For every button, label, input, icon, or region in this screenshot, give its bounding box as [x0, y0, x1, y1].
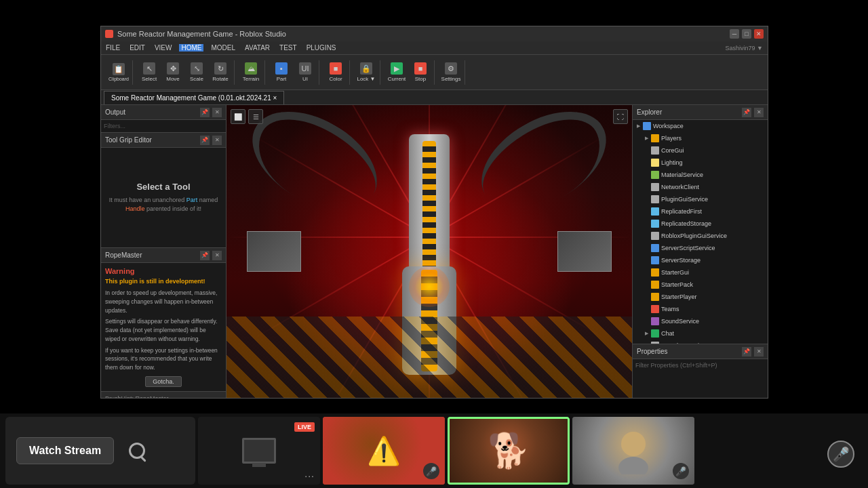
- search-stream-button[interactable]: [125, 439, 149, 463]
- rope-master-label: RopeMaster: [105, 251, 142, 259]
- fullscreen-btn[interactable]: ⛶: [613, 109, 628, 124]
- sound-icon: [651, 317, 659, 325]
- menu-avatar[interactable]: AVATAR: [243, 44, 272, 52]
- explorer-replicatedfirst[interactable]: ▶ ReplicatedFirst: [633, 205, 768, 218]
- explorer-robloxpluginguiservice[interactable]: ▶ RobloxPluginGuiService: [633, 230, 768, 242]
- coregui-label: CoreGui: [661, 147, 684, 154]
- menu-view[interactable]: VIEW: [153, 44, 174, 52]
- explorer-chat[interactable]: ▶ Chat: [633, 327, 768, 340]
- part-highlight: Part: [186, 197, 198, 203]
- toolbar-tools-group: ↖ Select ✥ Move ⤡ Scale ↻ Rotate: [136, 60, 235, 85]
- menu-model[interactable]: MODEL: [209, 44, 237, 52]
- search-icon: [129, 443, 145, 459]
- explorer-serverscriptservice[interactable]: ▶ ServerScriptService: [633, 242, 768, 254]
- tool-grip-subtitle: It must have an unanchored Part named Ha…: [106, 196, 220, 213]
- clipboard-icon: 📋: [113, 63, 125, 75]
- explorer-startergui[interactable]: ▶ StarterGui: [633, 266, 768, 279]
- toolbar-terrain-btn[interactable]: ⛰ Terrain: [240, 60, 262, 85]
- menu-home[interactable]: HOME: [179, 44, 203, 52]
- explorer-replicatedstorage[interactable]: ▶ ReplicatedStorage: [633, 218, 768, 230]
- teams-icon: [651, 305, 659, 313]
- toolbar-part-btn[interactable]: ▪ Part: [271, 60, 292, 85]
- toolbar-test-group: ▶ Current ■ Stop: [383, 60, 435, 85]
- svg-point-1: [618, 457, 648, 474]
- tab-bar: Some Reactor Management Game (0.01.okt.2…: [101, 90, 768, 105]
- explorer-teams[interactable]: ▶ Teams: [633, 303, 768, 315]
- menu-edit[interactable]: EDIT: [127, 44, 147, 52]
- select-tool-title: Select a Tool: [136, 182, 190, 192]
- toolbar-clipboard-btn[interactable]: 📋 Clipboard: [108, 60, 130, 85]
- card-2-mic-badge: 🎤: [423, 463, 439, 479]
- maximize-button[interactable]: □: [742, 29, 751, 39]
- toolbar-color-group: ■ Color: [322, 60, 350, 85]
- terrain-label: Terrain: [243, 76, 259, 82]
- toolbar-select-btn[interactable]: ↖ Select: [138, 60, 160, 85]
- explorer-lighting[interactable]: ▶ Lighting: [633, 157, 768, 169]
- explorer-close-btn[interactable]: ✕: [754, 108, 764, 117]
- viewport[interactable]: ⬜ ☰ ⛶: [226, 105, 632, 398]
- move-icon: ✥: [167, 62, 179, 75]
- sss-icon: [651, 244, 659, 252]
- stream-card-1[interactable]: LIVE ...: [198, 417, 320, 485]
- workspace-label: Workspace: [653, 123, 684, 129]
- explorer-serverstorage[interactable]: ▶ ServerStorage: [633, 254, 768, 266]
- output-close-btn[interactable]: ✕: [212, 108, 222, 117]
- explorer-coregui[interactable]: ▶ CoreGui: [633, 144, 768, 157]
- tool-grip-header: Tool Grip Editor 📌 ✕: [101, 133, 226, 148]
- tool-grip-pin-btn[interactable]: 📌: [200, 136, 210, 145]
- close-button[interactable]: ✕: [754, 29, 764, 39]
- watch-stream-button[interactable]: Watch Stream: [16, 437, 114, 464]
- stream-card-2[interactable]: ⚠️ 🎤: [323, 417, 445, 485]
- toolbar-scale-btn[interactable]: ⤡ Scale: [186, 60, 208, 85]
- stream-card-4[interactable]: 🎤: [572, 417, 694, 485]
- menu-plugins[interactable]: PLUGINS: [304, 44, 338, 52]
- vp-list-btn[interactable]: ☰: [248, 109, 263, 124]
- splay-icon: [651, 293, 659, 301]
- warning-icon: ⚠️: [367, 435, 401, 467]
- toolbar-move-btn[interactable]: ✥ Move: [162, 60, 184, 85]
- card-3-avatar: 🐕: [450, 419, 568, 483]
- properties-pin-btn[interactable]: 📌: [742, 347, 751, 357]
- toolbar-lock-btn[interactable]: 🔒 Lock ▼: [355, 60, 377, 85]
- main-tab[interactable]: Some Reactor Management Game (0.01.okt.2…: [104, 91, 284, 104]
- tool-grip-close-btn[interactable]: ✕: [212, 136, 222, 145]
- explorer-starterplayer[interactable]: ▶ StarterPlayer: [633, 291, 768, 303]
- vp-cube-btn[interactable]: ⬜: [231, 109, 245, 124]
- gotcha-button[interactable]: Gotcha.: [145, 376, 182, 387]
- explorer-pin-btn[interactable]: 📌: [742, 108, 751, 117]
- watch-stream-card: Watch Stream: [5, 417, 195, 485]
- explorer-workspace[interactable]: ▶ Workspace: [633, 120, 768, 132]
- stream-card-3[interactable]: 🐕: [448, 417, 570, 485]
- global-mic-button[interactable]: 🎤: [827, 441, 854, 468]
- output-pin-btn[interactable]: 📌: [200, 108, 210, 117]
- card-1-dots[interactable]: ...: [304, 468, 315, 479]
- properties-close-btn[interactable]: ✕: [754, 347, 764, 357]
- explorer-players[interactable]: ▶ Players: [633, 132, 768, 144]
- output-label: Output: [105, 108, 125, 116]
- explorer-content: ▶ Workspace ▶ Players ▶ CoreGui ▶: [633, 120, 768, 344]
- toolbar-settings-btn[interactable]: ⚙ Settings: [440, 60, 462, 85]
- color-icon: ■: [330, 62, 342, 75]
- toolbar-color-btn[interactable]: ■ Color: [325, 60, 347, 85]
- rotate-icon: ↻: [214, 62, 226, 75]
- scale-label: Scale: [190, 76, 203, 82]
- toolbar-stop-btn[interactable]: ■ Stop: [410, 60, 431, 85]
- menu-test[interactable]: TEST: [277, 44, 299, 52]
- toolbar-play-btn[interactable]: ▶ Current: [386, 60, 408, 85]
- minimize-button[interactable]: ─: [730, 29, 739, 39]
- lighting-label: Lighting: [661, 159, 683, 166]
- explorer-materialservice[interactable]: ▶ MaterialService: [633, 169, 768, 181]
- menu-file[interactable]: FILE: [104, 44, 122, 52]
- person-avatar-svg: [610, 427, 657, 474]
- toolbar-ui-btn[interactable]: UI UI: [294, 60, 316, 85]
- monitor-icon: [242, 438, 276, 464]
- ui-icon: UI: [299, 62, 311, 75]
- explorer-networkclient[interactable]: ▶ NetworkClient: [633, 181, 768, 193]
- explorer-soundservice[interactable]: ▶ SoundService: [633, 315, 768, 327]
- stop-label: Stop: [415, 76, 426, 82]
- rope-master-close-btn[interactable]: ✕: [212, 251, 222, 260]
- explorer-pluginguiservice[interactable]: ▶ PluginGuiService: [633, 193, 768, 205]
- explorer-starterpack[interactable]: ▶ StarterPack: [633, 279, 768, 291]
- toolbar-rotate-btn[interactable]: ↻ Rotate: [210, 60, 231, 85]
- rope-master-pin-btn[interactable]: 📌: [200, 251, 210, 260]
